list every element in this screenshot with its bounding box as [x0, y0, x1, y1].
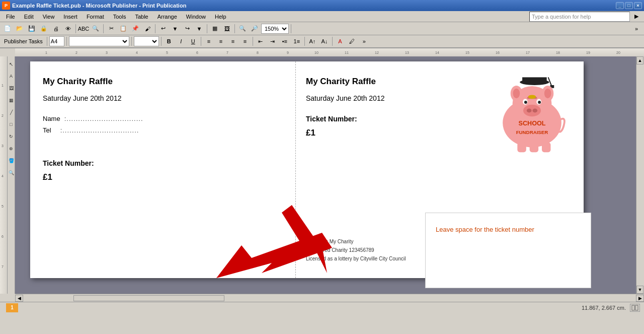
menu-arrange[interactable]: Arrange	[153, 13, 181, 21]
zoom-dropdown[interactable]: 150%	[261, 24, 289, 34]
highlight-button[interactable]: 🖊	[347, 36, 358, 46]
svg-rect-47	[517, 143, 526, 152]
ticket-left: My Charity Raffle Saturday June 20th 201…	[30, 61, 296, 278]
format-painter[interactable]: 🖌	[142, 24, 153, 34]
view-toggle-icon	[631, 305, 638, 311]
svg-rect-49	[542, 143, 551, 152]
preview-button[interactable]: 👁	[62, 24, 73, 34]
svg-rect-54	[632, 305, 634, 310]
svg-text:5: 5	[166, 51, 168, 54]
align-left-button[interactable]: ≡	[203, 36, 214, 46]
separator-5	[234, 24, 235, 33]
view-toggle-button[interactable]	[630, 304, 640, 312]
minimize-button[interactable]: _	[616, 2, 624, 9]
svg-text:16: 16	[496, 51, 500, 54]
align-justify-button[interactable]: ≡	[239, 36, 251, 46]
scroll-right-button[interactable]: ▶	[636, 295, 644, 302]
grow-font-button[interactable]: A↑	[307, 36, 318, 46]
font-size-field[interactable]	[49, 36, 64, 46]
align-center-button[interactable]: ≡	[215, 36, 226, 46]
redo-dropdown[interactable]: ▼	[194, 24, 205, 34]
spell-button[interactable]: ABC	[78, 24, 89, 34]
copy-button[interactable]: 📋	[118, 24, 129, 34]
pig-svg: SCHOOL FUNDRAISER	[483, 66, 581, 155]
page-number: 1	[11, 305, 14, 310]
horizontal-scrollbar[interactable]: ◀ ▶	[15, 294, 644, 302]
save-button[interactable]: 💾	[26, 24, 37, 34]
scroll-track-v	[636, 64, 644, 286]
undo-dropdown[interactable]: ▼	[170, 24, 181, 34]
menu-insert[interactable]: Insert	[59, 13, 82, 21]
font-color-button[interactable]: A	[335, 36, 346, 46]
tel-dots: :.................................	[60, 126, 139, 134]
insert-picture-button[interactable]: 🖼	[221, 24, 232, 34]
redo-button[interactable]: ↪	[182, 24, 193, 34]
sep-font2	[131, 37, 132, 46]
menu-file[interactable]: File	[2, 13, 19, 21]
svg-point-46	[528, 95, 536, 99]
canvas-area: My Charity Raffle Saturday June 20th 201…	[15, 56, 636, 294]
decrease-indent-button[interactable]: ⇤	[255, 36, 266, 46]
zoom-in-button[interactable]: 🔎	[249, 24, 260, 34]
menu-edit[interactable]: Edit	[20, 13, 38, 21]
bullet-list-button[interactable]: •≡	[279, 36, 290, 46]
ticket-left-title: My Charity Raffle	[43, 77, 283, 87]
app-icon: P	[2, 2, 10, 10]
menu-tools[interactable]: Tools	[109, 13, 130, 21]
window-title: Example Raffle Ticket.pub - Microsoft Pu…	[12, 3, 186, 9]
scroll-down-button[interactable]: ▼	[636, 286, 643, 294]
svg-text:12: 12	[375, 51, 379, 54]
underline-button[interactable]: U	[188, 36, 199, 46]
zoom-out-button[interactable]: 🔍	[237, 24, 248, 34]
separator-1	[75, 24, 76, 33]
bold-button[interactable]: B	[164, 36, 175, 46]
open-button[interactable]: 📂	[14, 24, 25, 34]
menu-format[interactable]: Format	[83, 13, 108, 21]
svg-text:SCHOOL: SCHOOL	[518, 120, 545, 127]
tel-label: Tel	[43, 126, 51, 134]
menu-view[interactable]: View	[39, 13, 59, 21]
separator-2	[103, 24, 104, 33]
ruler-vertical: 1 2 3 4 5 6 7	[0, 56, 8, 294]
name-dots: :.................................	[64, 115, 143, 122]
scroll-thumb-h[interactable]	[73, 295, 224, 301]
more-button[interactable]: »	[631, 24, 642, 34]
insert-table-button[interactable]: ▦	[209, 24, 220, 34]
new-button[interactable]: 📄	[2, 24, 13, 34]
svg-text:18: 18	[556, 51, 560, 54]
font-name-dropdown[interactable]	[69, 36, 129, 46]
sep-font1	[66, 37, 67, 46]
align-right-button[interactable]: ≡	[227, 36, 238, 46]
scroll-left-button[interactable]: ◀	[15, 295, 23, 302]
menu-window[interactable]: Window	[182, 13, 210, 21]
scroll-up-button[interactable]: ▲	[636, 56, 643, 64]
undo-button[interactable]: ↩	[157, 24, 169, 34]
shrink-font-button[interactable]: A↓	[319, 36, 330, 46]
maximize-button[interactable]: □	[625, 2, 633, 9]
window-controls[interactable]: _ □ ×	[616, 2, 642, 9]
more-format-button[interactable]: »	[359, 36, 370, 46]
ticket-left-date: Saturday June 20th 2012	[43, 94, 283, 102]
sep-style	[304, 37, 305, 46]
cut-button[interactable]: ✂	[106, 24, 117, 34]
ruler-horizontal: // ticks rendered below via template 1 2…	[15, 48, 644, 56]
menu-help[interactable]: Help	[211, 13, 230, 21]
menu-table[interactable]: Table	[131, 13, 152, 21]
increase-indent-button[interactable]: ⇥	[267, 36, 278, 46]
italic-button[interactable]: I	[176, 36, 187, 46]
close-button[interactable]: ×	[634, 2, 642, 9]
svg-point-34	[523, 105, 541, 116]
svg-rect-29	[522, 77, 547, 82]
help-input[interactable]: Type a question for help	[529, 12, 630, 22]
help-arrow-button[interactable]: ▶	[631, 12, 642, 22]
print-button[interactable]: 🖨	[50, 24, 61, 34]
svg-point-35	[527, 109, 532, 113]
permissions-button[interactable]: 🔒	[38, 24, 49, 34]
ticket-tel-field: Tel :.................................	[43, 126, 283, 134]
font-size-dropdown[interactable]	[134, 36, 159, 46]
paste-button[interactable]: 📌	[130, 24, 141, 34]
vertical-scrollbar[interactable]: ▲ ▼	[636, 56, 644, 294]
number-list-button[interactable]: 1≡	[291, 36, 302, 46]
svg-point-44	[544, 89, 551, 98]
research-button[interactable]: 🔍	[90, 24, 101, 34]
